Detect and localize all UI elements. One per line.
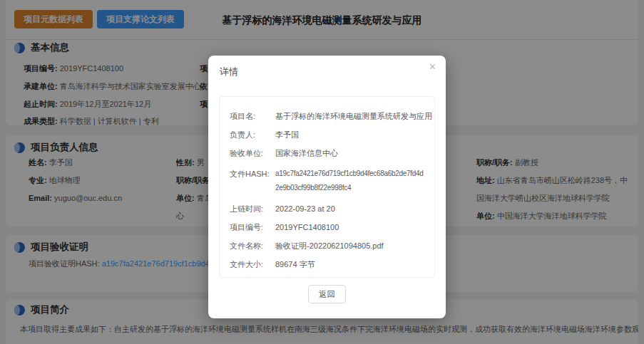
modal-chain-time-row: 上链时间: 2022-09-23 at 20 [230, 204, 424, 214]
modal-field-box: 项目名: 基于浮标的海洋环境电磁测量系统研发与应用 负责人: 李予国 验收单位:… [219, 96, 435, 278]
detail-modal: 详情 × 项目名: 基于浮标的海洋环境电磁测量系统研发与应用 负责人: 李予国 … [208, 56, 446, 318]
modal-acceptance-unit-row: 验收单位: 国家海洋信息中心 [230, 148, 424, 158]
modal-title: 详情 [220, 66, 238, 78]
modal-file-size-row: 文件大小: 89674 字节 [230, 259, 424, 269]
modal-footer: 返回 [208, 285, 446, 303]
modal-project-name-row: 项目名: 基于浮标的海洋环境电磁测量系统研发与应用 [230, 111, 424, 121]
close-icon[interactable]: × [429, 61, 436, 73]
modal-file-hash-row: 文件HASH: a19c7fa2421e76d719cf1cb9d4fec68a… [230, 167, 424, 195]
modal-project-number-row: 项目编号: 2019YFC1408100 [230, 222, 424, 232]
modal-file-name-row: 文件名称: 验收证明-20220621094805.pdf [230, 241, 424, 251]
modal-leader-row: 负责人: 李予国 [230, 130, 424, 140]
back-button[interactable]: 返回 [308, 285, 346, 303]
project-detail-page: 项目元数据列表 项目支撑论文列表 基于浮标的海洋环境电磁测量系统研发与应用 基本… [0, 0, 644, 344]
